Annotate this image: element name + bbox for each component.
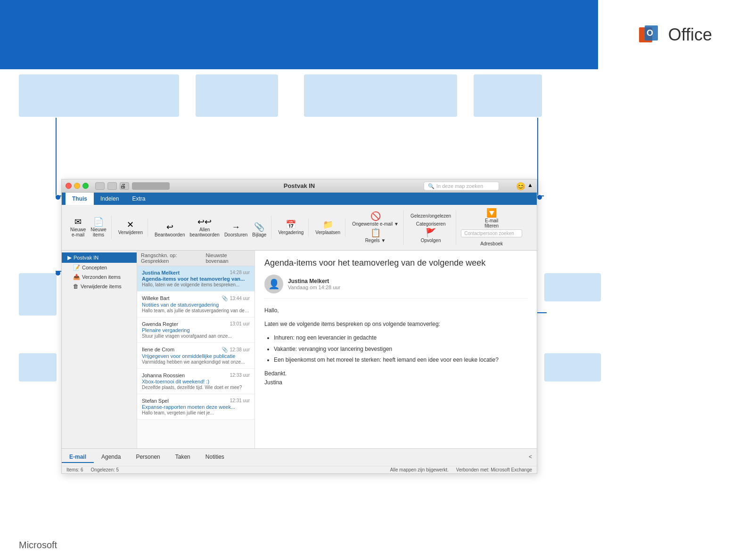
drafts-icon: 📝 <box>73 264 80 271</box>
deleted-label: Verwijderde items <box>81 284 122 289</box>
meeting-label: Vergadering <box>278 230 303 235</box>
logo-background: O Office <box>598 0 730 69</box>
ribbon-btn-reply[interactable]: ↩ Beantwoorden <box>153 222 187 238</box>
minimize-button[interactable] <box>74 183 80 189</box>
msg-time-0: 14:28 uur <box>230 270 250 275</box>
back-btn[interactable] <box>95 182 105 190</box>
sidebar-folder-sent[interactable]: 📤 Verzonden items <box>62 272 137 282</box>
msg-subject-3: Vrijgegeven voor onmiddellijke publicati… <box>142 353 250 359</box>
deco-box-1 <box>19 74 179 117</box>
contact-search[interactable]: Contactpersoon zoeken <box>461 229 522 237</box>
ribbon-btn-delete[interactable]: ✕ Verwijderen <box>116 219 145 236</box>
reading-sender-row: 👤 Justina Melkert Vandaag om 14:28 uur <box>264 275 527 299</box>
ribbon-tab-extra[interactable]: Extra <box>125 193 152 205</box>
new-items-icon: 📄 <box>93 218 104 226</box>
nav-item-email[interactable]: E-mail <box>62 452 94 463</box>
ribbon-btn-meeting[interactable]: 📅 Vergadering <box>276 219 305 236</box>
deco-box-8 <box>544 273 601 301</box>
user-icon[interactable]: 😊 <box>516 181 525 190</box>
move-label: Verplaatsen <box>315 230 340 235</box>
office-logo-text: Office <box>664 25 716 45</box>
addressbook-label: Adresboek <box>480 241 503 246</box>
msg-time-3: 12:38 uur <box>230 347 250 352</box>
sent-icon: 📤 <box>73 274 80 280</box>
ribbon-btn-rules[interactable]: 📋 Regels ▼ <box>363 227 388 244</box>
status-bar: Items: 6 Ongelezen: 5 Alle mappen zijn b… <box>62 466 537 473</box>
ribbon-group-junk: 🚫 Ongewenste e-mail ▼ 📋 Regels ▼ <box>347 210 404 245</box>
nav-item-agenda[interactable]: Agenda <box>94 452 128 463</box>
msg-time-2: 13:01 uur <box>230 321 250 326</box>
progress-bar <box>132 182 170 190</box>
order-label[interactable]: Nieuwste bovenaan <box>205 252 251 264</box>
deco-box-9 <box>544 353 601 381</box>
sidebar-folder-inbox[interactable]: ▶ Postvak IN <box>62 252 137 263</box>
msg-sender-5: Stefan Spel <box>142 398 169 404</box>
reading-title: Agenda-items voor het teamoverleg van de… <box>264 258 527 268</box>
svg-text:O: O <box>647 28 653 38</box>
ribbon-btn-categorize[interactable]: Categoriseren <box>414 219 448 227</box>
msg-subject-4: Xbox-toernooi dit weekend! :) <box>142 379 250 384</box>
deco-box-4 <box>474 74 542 117</box>
msg-preview-1: Hallo team, als jullie de statusvergader… <box>142 308 250 313</box>
ribbon-btn-forward[interactable]: → Doorsturen <box>222 222 249 238</box>
sort-label[interactable]: Rangschkn. op: Gesprekken <box>141 252 205 264</box>
title-search[interactable]: 🔍 In deze map zoeken <box>424 181 499 190</box>
read-unread-label: Gelezen/ongelezen <box>410 213 451 219</box>
message-item-5[interactable]: Stefan Spel 12:31 uur Expanse-rapporten … <box>137 394 254 420</box>
categorize-label: Categoriseren <box>416 221 446 227</box>
rules-label: Regels ▼ <box>365 238 386 243</box>
deleted-icon: 🗑 <box>73 283 79 290</box>
print-btn[interactable]: 🖨 <box>120 182 129 190</box>
new-items-label: Nieuweitems <box>90 227 106 237</box>
drafts-label: Concepten <box>82 265 107 270</box>
title-bar: 🖨 Postvak IN 🔍 In deze map zoeken 😊 ▲ <box>62 179 537 193</box>
msg-subject-2: Plenaire vergadering <box>142 327 250 333</box>
send-time: Vandaag om 14:28 uur <box>288 284 340 290</box>
msg-preview-5: Hallo team, vergeten jullie niet je... <box>142 410 250 415</box>
ribbon-btn-new-items[interactable]: 📄 Nieuweitems <box>89 217 108 238</box>
close-button[interactable] <box>66 183 72 189</box>
bottom-nav-collapse[interactable]: < <box>524 452 537 463</box>
nav-item-notities[interactable]: Notities <box>198 452 232 463</box>
collapse-icon[interactable]: ▲ <box>527 181 533 190</box>
status-right: Alle mappen zijn bijgewerkt. Verbonden m… <box>390 467 532 472</box>
ribbon-btn-addressbook[interactable]: Adresboek <box>461 239 522 247</box>
body-greeting: Hallo, <box>264 306 527 315</box>
msg-sender-1: Willeke Bart <box>142 295 170 301</box>
ribbon-btn-new-email[interactable]: ✉ Nieuwee-mail <box>68 217 88 238</box>
ribbon-btn-reply-all[interactable]: ↩↩ Allenbeantwoorden <box>188 217 221 238</box>
nav-item-taken[interactable]: Taken <box>168 452 198 463</box>
ribbon-btn-junk[interactable]: 🚫 Ongewenste e-mail ▼ <box>350 211 401 227</box>
reading-pane: Agenda-items voor het teamoverleg van de… <box>255 251 537 448</box>
ribbon-btn-move[interactable]: 📁 Verplaatsen <box>313 219 342 236</box>
search-icon-title: 🔍 <box>428 183 435 189</box>
msg-sender-4: Johanna Roossien <box>142 373 185 378</box>
ribbon-group-reply: ↩ Beantwoorden ↩↩ Allenbeantwoorden → Do… <box>150 216 271 239</box>
window-title: Postvak IN <box>284 182 315 189</box>
msg-time-5: 12:31 uur <box>230 398 250 403</box>
ribbon-btn-filter[interactable]: 🔽 E-mailfilteren <box>483 208 500 229</box>
message-item-1[interactable]: Willeke Bart 📎 13:44 uur Notities van de… <box>137 292 254 317</box>
message-item-2[interactable]: Gwenda Regter 13:01 uur Plenaire vergade… <box>137 317 254 343</box>
delete-icon: ✕ <box>127 220 134 229</box>
message-item-4[interactable]: Johanna Roossien 12:33 uur Xbox-toernooi… <box>137 369 254 394</box>
ribbon-btn-flag[interactable]: 🚩 Opvolgen <box>419 227 443 244</box>
msg-sender-3: Ilene de Crom <box>142 347 174 352</box>
maximize-button[interactable] <box>82 183 89 189</box>
message-item-0[interactable]: Justina Melkert 14:28 uur Agenda-items v… <box>137 266 254 292</box>
forward-btn[interactable] <box>107 182 117 190</box>
office-logo-icon: O <box>637 24 660 46</box>
status-sync: Alle mappen zijn bijgewerkt. <box>390 467 449 472</box>
ribbon-btn-read-unread[interactable]: Gelezen/ongelezen <box>409 211 453 219</box>
message-item-3[interactable]: Ilene de Crom 📎 12:38 uur Vrijgegeven vo… <box>137 343 254 369</box>
ribbon-tab-indelen[interactable]: Indelen <box>94 193 125 205</box>
nav-item-personen[interactable]: Personen <box>128 452 167 463</box>
flag-icon: 🚩 <box>426 228 436 237</box>
ribbon-tab-thuis[interactable]: Thuis <box>66 193 94 205</box>
title-bar-right-icons: 😊 ▲ <box>516 181 533 190</box>
sender-info: Justina Melkert Vandaag om 14:28 uur <box>288 278 340 290</box>
deco-box-2 <box>196 74 278 117</box>
sidebar-folder-drafts[interactable]: 📝 Concepten <box>62 263 137 272</box>
ribbon-btn-attachment[interactable]: 📎 Bijlage <box>250 222 268 238</box>
sidebar-folder-deleted[interactable]: 🗑 Verwijderde items <box>62 282 137 291</box>
